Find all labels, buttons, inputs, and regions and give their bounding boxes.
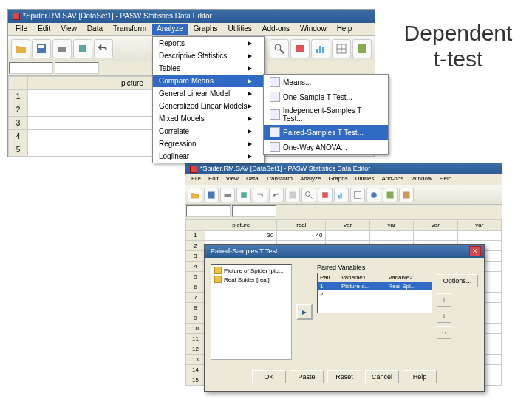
menu-addons[interactable]: Add-ons xyxy=(258,24,294,35)
row-hdr[interactable]: 8 xyxy=(186,303,205,313)
weight-icon[interactable] xyxy=(366,188,381,202)
menu-edit[interactable]: Edit xyxy=(33,24,55,35)
insert-icon[interactable] xyxy=(318,188,332,202)
row-hdr[interactable]: 9 xyxy=(186,313,205,324)
mi-loglinear[interactable]: Loglinear▶ xyxy=(153,150,264,163)
menu-transform[interactable]: Transform xyxy=(263,175,296,184)
analyze-dropdown[interactable]: Reports▶ Descriptive Statistics▶ Tables▶… xyxy=(152,36,265,163)
valuebox[interactable] xyxy=(55,62,99,74)
namebox[interactable] xyxy=(186,205,231,217)
mi-correlate[interactable]: Correlate▶ xyxy=(153,125,264,137)
undo-icon[interactable] xyxy=(94,39,113,58)
cell[interactable] xyxy=(326,231,369,241)
pair-cell[interactable] xyxy=(386,290,432,299)
pair-cell[interactable] xyxy=(339,290,386,299)
menu-file[interactable]: File xyxy=(11,24,32,35)
grid-icon[interactable] xyxy=(350,188,365,202)
cell[interactable] xyxy=(369,231,413,241)
find-icon[interactable] xyxy=(270,39,289,58)
row-hdr[interactable]: 15 xyxy=(186,375,205,386)
cell[interactable] xyxy=(457,231,501,241)
grid-icon[interactable] xyxy=(332,39,351,58)
smi-paired[interactable]: Paired-Samples T Test... xyxy=(264,125,388,140)
row-hdr[interactable]: 13 xyxy=(186,355,205,365)
row-hdr[interactable]: 1 xyxy=(186,231,205,241)
menu-utilities[interactable]: Utilities xyxy=(352,175,378,184)
smi-one-sample[interactable]: One-Sample T Test... xyxy=(264,89,388,104)
pair-cell[interactable]: Real Spi... xyxy=(386,282,432,291)
redo-icon[interactable] xyxy=(269,188,284,202)
menubar[interactable]: File Edit View Data Transform Analyze Gr… xyxy=(8,23,375,36)
cell[interactable]: 30 xyxy=(205,231,277,241)
menu-graphs[interactable]: Graphs xyxy=(189,24,222,35)
mi-tables[interactable]: Tables▶ xyxy=(153,62,264,75)
mi-compare-means[interactable]: Compare Means▶ xyxy=(153,75,264,87)
ok-button[interactable]: OK xyxy=(252,370,286,383)
undo-icon[interactable] xyxy=(253,188,267,202)
open-icon[interactable] xyxy=(11,39,30,58)
cell[interactable] xyxy=(414,231,457,241)
options-button[interactable]: Options... xyxy=(437,274,478,287)
row-hdr[interactable]: 1 xyxy=(9,90,28,103)
col-picture[interactable]: picture xyxy=(205,220,277,231)
col-real[interactable]: real xyxy=(277,220,326,231)
source-variable-list[interactable]: Picture of Spider [pict... Real Spider [… xyxy=(211,264,292,360)
save-icon[interactable] xyxy=(204,188,219,202)
chart-icon[interactable] xyxy=(311,39,330,58)
mi-mixed[interactable]: Mixed Models▶ xyxy=(153,112,264,125)
pair-cell[interactable]: Picture o... xyxy=(339,282,386,291)
find-icon[interactable] xyxy=(301,188,316,202)
smi-anova[interactable]: One-Way ANOVA... xyxy=(264,140,388,154)
save-icon[interactable] xyxy=(32,39,51,58)
goto-icon[interactable] xyxy=(285,188,300,202)
smi-means[interactable]: Means... xyxy=(264,75,388,89)
menu-help[interactable]: Help xyxy=(332,24,357,35)
open-icon[interactable] xyxy=(188,188,202,202)
value-labels-icon[interactable] xyxy=(399,188,414,202)
swap-button[interactable]: ↔ xyxy=(437,326,451,339)
variables-icon[interactable] xyxy=(352,39,372,58)
mi-genlin[interactable]: Generalized Linear Models▶ xyxy=(153,100,264,112)
row-hdr[interactable]: 12 xyxy=(186,344,205,355)
col-var[interactable]: var xyxy=(326,220,369,231)
row-hdr[interactable]: 6 xyxy=(186,282,205,293)
menu-addons[interactable]: Add-ons xyxy=(378,175,406,184)
row-hdr[interactable]: 3 xyxy=(186,251,205,262)
close-icon[interactable]: ✕ xyxy=(469,246,481,256)
menu-help[interactable]: Help xyxy=(437,175,454,184)
menu-analyze[interactable]: Analyze xyxy=(152,24,188,35)
col-var[interactable]: var xyxy=(457,220,501,231)
chart-icon[interactable] xyxy=(334,188,349,202)
print-icon[interactable] xyxy=(220,188,235,202)
row-hdr[interactable]: 2 xyxy=(186,241,205,251)
var-item[interactable]: Picture of Spider [pict... xyxy=(213,266,290,275)
menu-data[interactable]: Data xyxy=(83,24,107,35)
move-up-button[interactable]: ↑ xyxy=(437,293,451,307)
row-hdr[interactable]: 5 xyxy=(9,143,28,157)
col-var[interactable]: var xyxy=(369,220,413,231)
print-icon[interactable] xyxy=(52,39,72,58)
menu-graphs[interactable]: Graphs xyxy=(325,175,350,184)
menu-edit[interactable]: Edit xyxy=(205,175,222,184)
cell[interactable]: 40 xyxy=(277,231,326,241)
smi-independent[interactable]: Independent-Samples T Test... xyxy=(264,104,388,125)
menu-file[interactable]: File xyxy=(188,175,204,184)
mi-descriptive[interactable]: Descriptive Statistics▶ xyxy=(153,50,264,62)
compare-means-submenu[interactable]: Means... One-Sample T Test... Independen… xyxy=(263,74,389,155)
mi-regression[interactable]: Regression▶ xyxy=(153,137,264,150)
move-right-button[interactable]: ▸ xyxy=(296,304,313,320)
row-hdr[interactable]: 10 xyxy=(186,324,205,334)
menu-analyze[interactable]: Analyze xyxy=(297,175,324,184)
pair-cell[interactable]: 1 xyxy=(318,282,339,291)
paste-button[interactable]: Paste xyxy=(290,370,324,383)
menu-window[interactable]: Window xyxy=(296,24,331,35)
insert-case-icon[interactable] xyxy=(290,39,310,58)
menu-utilities[interactable]: Utilities xyxy=(224,24,256,35)
menu-view[interactable]: View xyxy=(223,175,242,184)
mi-reports[interactable]: Reports▶ xyxy=(153,37,264,50)
help-button[interactable]: Help xyxy=(403,370,437,383)
select-icon[interactable] xyxy=(383,188,398,202)
cancel-button[interactable]: Cancel xyxy=(365,370,399,383)
menubar[interactable]: File Edit View Data Transform Analyze Gr… xyxy=(185,174,502,185)
row-hdr[interactable]: 14 xyxy=(186,365,205,375)
